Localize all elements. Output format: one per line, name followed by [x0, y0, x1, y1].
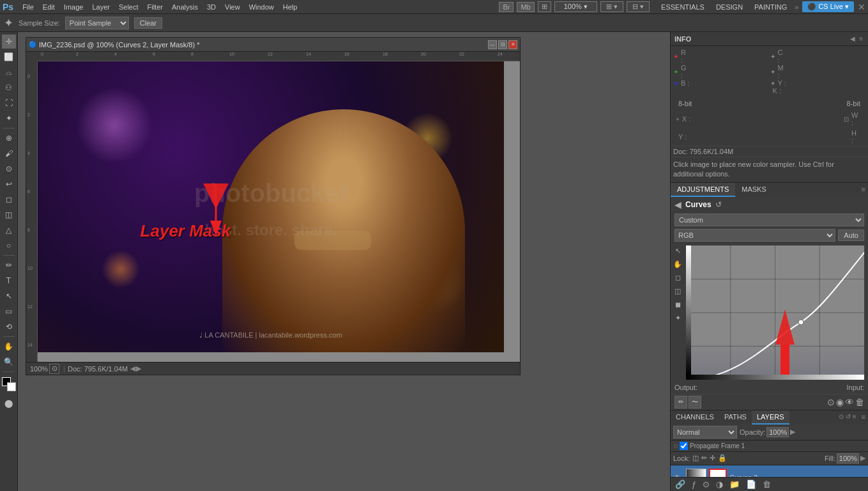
workspace-essentials[interactable]: ESSENTIALS: [656, 2, 710, 12]
fill-expand-icon[interactable]: ▶: [860, 454, 865, 462]
tab-layers[interactable]: LAYERS: [752, 410, 789, 425]
workspace-design[interactable]: DESIGN: [711, 2, 748, 12]
propagate-checkbox[interactable]: [680, 442, 688, 450]
arrangement-btn[interactable]: ⊞ ▾: [600, 1, 623, 12]
doc-maximize-1[interactable]: ⊡: [498, 40, 507, 49]
minibridge-btn[interactable]: Mb: [517, 2, 534, 12]
adj-panel-menu[interactable]: ≡: [859, 183, 868, 197]
curve-gray-point-icon[interactable]: ◫: [672, 286, 683, 297]
eraser-tool[interactable]: ◻: [2, 192, 16, 207]
tab-channels[interactable]: CHANNELS: [671, 410, 719, 425]
menu-file[interactable]: File: [19, 2, 38, 12]
preset-select[interactable]: Custom Default Strong Contrast: [674, 214, 864, 226]
menu-image[interactable]: Image: [60, 2, 88, 12]
info-panel-menu[interactable]: ≡: [858, 35, 864, 42]
menu-analysis[interactable]: Analysis: [168, 2, 202, 12]
channel-select[interactable]: RGB Red Green Blue: [674, 229, 835, 242]
gradient-tool[interactable]: ◫: [2, 208, 16, 222]
move-tool[interactable]: ✛: [2, 35, 16, 49]
blend-mode-select[interactable]: Normal Multiply Screen Overlay: [673, 426, 737, 439]
bridge-btn[interactable]: Br: [499, 2, 514, 12]
curve-hand-icon[interactable]: ✋: [672, 259, 683, 270]
curves-graph-area[interactable]: [686, 246, 864, 380]
blur-tool[interactable]: △: [2, 223, 16, 237]
link-layers-btn[interactable]: 🔗: [673, 479, 687, 489]
menu-view[interactable]: View: [221, 2, 244, 12]
menu-filter[interactable]: Filter: [144, 2, 167, 12]
hand-tool[interactable]: ✋: [2, 339, 16, 354]
workspace-painting[interactable]: PAINTING: [749, 2, 792, 12]
layer-row-curves2[interactable]: 👁 Curves 2: [671, 465, 868, 477]
new-layer-btn[interactable]: 📄: [744, 479, 758, 489]
marquee-tool[interactable]: ⬜: [2, 50, 16, 64]
opacity-input[interactable]: [766, 427, 789, 437]
lock-move-btn[interactable]: ✛: [710, 454, 715, 462]
workspace-extend[interactable]: »: [795, 3, 798, 11]
tab-paths[interactable]: PATHS: [719, 410, 752, 425]
doc-close-1[interactable]: ✕: [508, 40, 517, 49]
menu-select[interactable]: Select: [115, 2, 142, 12]
menu-help[interactable]: Help: [279, 2, 301, 12]
quick-select-tool[interactable]: ⚇: [2, 81, 16, 95]
lock-all-btn[interactable]: 🔒: [718, 454, 727, 462]
dodge-tool[interactable]: ○: [2, 238, 16, 253]
tab-adjustments[interactable]: ADJUSTMENTS: [671, 183, 735, 197]
zoom-select[interactable]: 100% ▾: [554, 1, 597, 12]
adj-reset-icon[interactable]: ↺: [715, 200, 722, 209]
curve-pointer-icon[interactable]: ↖: [672, 246, 683, 257]
cs-live-btn[interactable]: ⚫ CS Live ▾: [802, 1, 854, 12]
adj-back-icon[interactable]: ◀: [674, 199, 681, 210]
menu-edit[interactable]: Edit: [39, 2, 59, 12]
curve-control-point[interactable]: [798, 320, 803, 325]
trash-icon[interactable]: 🗑: [855, 397, 864, 407]
brush-tool[interactable]: 🖌: [2, 146, 16, 160]
quick-mask-btn[interactable]: ⬤: [2, 396, 16, 410]
pen-tool[interactable]: ✏: [2, 258, 16, 272]
layer-mask-thumb-curves2[interactable]: [709, 469, 727, 477]
menu-window[interactable]: Window: [245, 2, 278, 12]
layer-mask-btn[interactable]: ⊙: [701, 479, 712, 489]
canvas-content-1[interactable]: photobucket host. store. share. ♩ LA CAN…: [38, 61, 520, 362]
background-color[interactable]: [7, 382, 16, 391]
history-brush[interactable]: ↩: [2, 177, 16, 191]
color-boxes[interactable]: [2, 377, 16, 391]
lasso-tool[interactable]: ⌓: [2, 65, 16, 79]
eyedropper-tool[interactable]: ✦: [2, 111, 16, 125]
adj-pencil-btn[interactable]: ✏: [674, 396, 687, 409]
menu-layer[interactable]: Layer: [88, 2, 114, 12]
3d-tool[interactable]: ⟲: [2, 320, 16, 334]
prev-arrow[interactable]: ◀: [130, 364, 135, 373]
visibility-icon[interactable]: 👁: [845, 397, 854, 407]
layer-style-btn[interactable]: ƒ: [690, 479, 698, 489]
next-arrow[interactable]: ▶: [136, 364, 141, 373]
photo-canvas[interactable]: photobucket host. store. share. ♩ LA CAN…: [38, 61, 504, 352]
clipping-mask-icon[interactable]: ⊙: [827, 397, 835, 407]
layers-panel-menu[interactable]: ≡: [859, 410, 868, 425]
zoom-status-icon[interactable]: ⊙: [49, 364, 59, 374]
healing-tool[interactable]: ⊕: [2, 131, 16, 145]
lock-brush-btn[interactable]: ✏: [701, 454, 707, 462]
curve-black-point-icon[interactable]: ◼: [672, 299, 683, 311]
info-panel-collapse[interactable]: ◀: [849, 35, 857, 42]
lock-transparent-btn[interactable]: ◫: [692, 454, 699, 462]
shape-tool[interactable]: ▭: [2, 304, 16, 318]
layers-panel-icons[interactable]: ⊙ ↺ ≡: [836, 410, 858, 425]
opacity-expand-icon[interactable]: ▶: [790, 428, 795, 436]
fill-input[interactable]: [837, 453, 859, 464]
clear-button[interactable]: Clear: [134, 17, 162, 29]
zoom-tool[interactable]: 🔍: [2, 355, 16, 369]
tab-masks[interactable]: MASKS: [735, 183, 773, 197]
delete-layer-btn[interactable]: 🗑: [761, 479, 773, 489]
clone-tool[interactable]: ⊙: [2, 162, 16, 176]
screen-mode-btn[interactable]: ⊞: [538, 1, 551, 12]
adj-smooth-btn[interactable]: 〜: [689, 396, 701, 409]
group-layers-btn[interactable]: 📁: [727, 479, 742, 489]
type-tool[interactable]: T: [2, 274, 16, 288]
layout-btn[interactable]: ⊟ ▾: [627, 1, 650, 12]
menu-3d[interactable]: 3D: [203, 2, 220, 12]
adjustment-layer-btn[interactable]: ◑: [714, 479, 725, 489]
path-select-tool[interactable]: ↖: [2, 289, 16, 303]
view-previous-icon[interactable]: ◉: [836, 397, 844, 407]
auto-button[interactable]: Auto: [838, 230, 864, 241]
sample-size-select[interactable]: Point Sample 3 by 3 Average 5 by 5 Avera…: [65, 17, 129, 29]
